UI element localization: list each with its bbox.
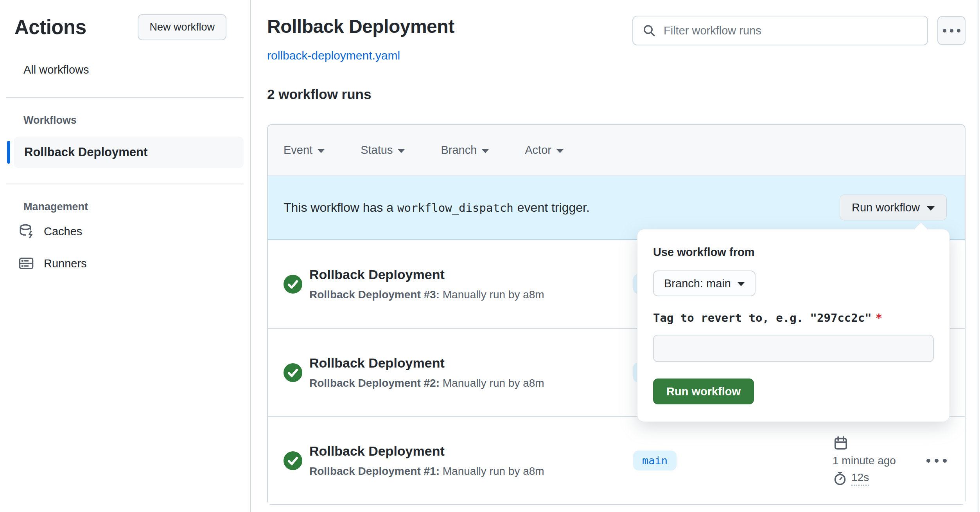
actions-sidebar: Actions New workflow All workflows Workf… (0, 0, 251, 512)
header-actions (632, 16, 966, 45)
dispatch-panel-heading: Use workflow from (653, 246, 934, 259)
workflow-dispatch-code: workflow_dispatch (397, 201, 513, 215)
run-title-link[interactable]: Rollback Deployment (309, 267, 633, 282)
management-section-heading: Management (23, 201, 250, 213)
workflow-runs-table: Event Status Branch Actor This workflow … (267, 124, 966, 505)
kebab-horizontal-icon (943, 29, 960, 32)
main-header: Rollback Deployment rollback-deployment.… (267, 16, 966, 62)
sidebar-divider (6, 97, 244, 98)
run-title-link[interactable]: Rollback Deployment (309, 443, 633, 459)
branch-column: main (633, 451, 833, 471)
run-workflow-dispatch-panel: Use workflow from Branch: main Tag to re… (637, 229, 950, 422)
triangle-down-icon (482, 149, 489, 153)
sidebar-item-label: Runners (44, 257, 87, 270)
kebab-horizontal-icon (926, 459, 947, 463)
workflow-run-row: Rollback Deployment Rollback Deployment … (268, 416, 965, 504)
run-title-link[interactable]: Rollback Deployment (309, 355, 633, 371)
filter-runs-input[interactable] (663, 24, 918, 38)
filter-actor[interactable]: Actor (525, 144, 564, 157)
filter-runs-searchbox[interactable] (632, 16, 928, 45)
filter-event[interactable]: Event (284, 144, 325, 157)
check-circle-success-icon (284, 363, 302, 382)
selected-indicator-bar (7, 141, 10, 164)
run-duration: 12s (833, 471, 869, 486)
triangle-down-icon (398, 149, 405, 153)
workflow-file-link[interactable]: rollback-deployment.yaml (267, 49, 400, 62)
run-meta-column: 1 minute ago 12s (833, 435, 926, 486)
sidebar-item-label[interactable]: Rollback Deployment (14, 137, 244, 168)
sidebar-item-runners[interactable]: Runners (6, 250, 244, 277)
run-subtitle: Rollback Deployment #3: Manually run by … (309, 288, 633, 301)
page-title: Rollback Deployment (267, 16, 454, 37)
new-workflow-button[interactable]: New workflow (138, 14, 226, 40)
run-text-block: Rollback Deployment Rollback Deployment … (309, 355, 633, 389)
banner-text: This workflow has aworkflow_dispatcheven… (284, 200, 590, 215)
branch-badge[interactable]: main (633, 451, 677, 471)
filter-status[interactable]: Status (361, 144, 405, 157)
stopwatch-icon (833, 471, 847, 486)
triangle-down-icon (738, 282, 745, 286)
server-icon (18, 255, 34, 272)
cache-database-icon (18, 223, 34, 240)
calendar-icon (833, 435, 849, 454)
tag-input-label: Tag to revert to, e.g. "297cc2c"* (653, 311, 934, 325)
triangle-down-icon (318, 149, 325, 153)
workflows-section-heading: Workflows (23, 114, 250, 126)
run-time: 1 minute ago (833, 454, 896, 467)
workflow-options-button[interactable] (937, 16, 966, 45)
runs-count-heading: 2 workflow runs (267, 87, 966, 102)
sidebar-header: Actions New workflow (0, 14, 250, 40)
run-text-block: Rollback Deployment Rollback Deployment … (309, 267, 633, 301)
filter-branch[interactable]: Branch (441, 144, 489, 157)
sidebar-item-rollback-deployment[interactable]: Rollback Deployment (14, 137, 244, 168)
sidebar-divider (6, 184, 244, 184)
branch-select-button[interactable]: Branch: main (653, 270, 756, 296)
title-block: Rollback Deployment rollback-deployment.… (267, 16, 454, 62)
runs-filter-row: Event Status Branch Actor (268, 125, 965, 176)
required-asterisk: * (876, 311, 882, 325)
run-subtitle: Rollback Deployment #2: Manually run by … (309, 377, 633, 389)
run-options-button[interactable] (926, 451, 947, 470)
check-circle-success-icon (284, 275, 302, 294)
triangle-down-icon (927, 206, 935, 211)
sidebar-item-label: Caches (44, 225, 82, 238)
sidebar-item-all-workflows[interactable]: All workflows (6, 58, 244, 81)
triangle-down-icon (556, 149, 564, 153)
sidebar-item-caches[interactable]: Caches (6, 218, 244, 245)
workflow-main-panel: Rollback Deployment rollback-deployment.… (251, 0, 980, 512)
sidebar-title: Actions (14, 16, 86, 39)
run-workflow-submit-button[interactable]: Run workflow (653, 379, 754, 404)
run-subtitle: Rollback Deployment #1: Manually run by … (309, 465, 633, 478)
check-circle-success-icon (284, 451, 302, 470)
run-workflow-dropdown-button[interactable]: Run workflow (840, 195, 947, 220)
run-text-block: Rollback Deployment Rollback Deployment … (309, 443, 633, 478)
magnifier-icon (643, 24, 656, 37)
tag-input-field[interactable] (653, 335, 934, 362)
